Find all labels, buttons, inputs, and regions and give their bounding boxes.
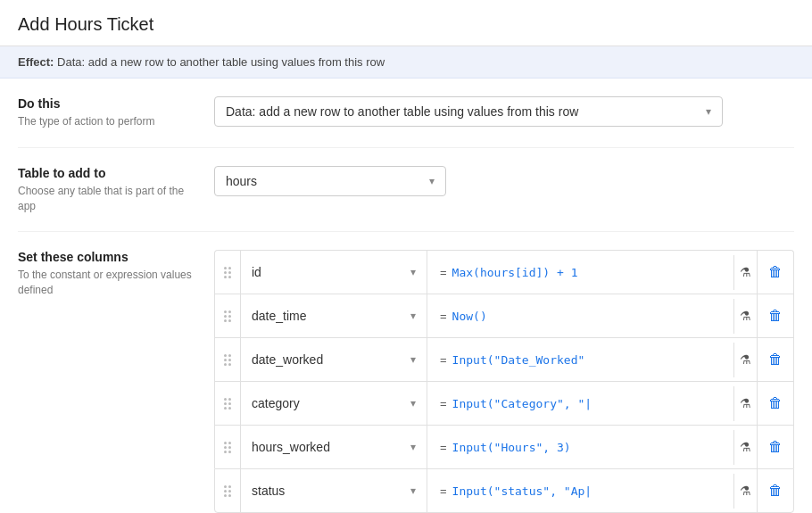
drag-handle-icon[interactable] (215, 426, 240, 468)
page-header: Add Hours Ticket (0, 0, 812, 46)
equals-sign: = (440, 441, 447, 454)
column-name-dropdown[interactable]: date_worked ▾ (240, 338, 427, 381)
table-selected: hours (226, 174, 257, 188)
table-label: Table to add to Choose any table that is… (18, 166, 214, 214)
column-name-dropdown[interactable]: id ▾ (240, 251, 427, 294)
column-name-label: category (252, 396, 300, 410)
column-name-dropdown[interactable]: hours_worked ▾ (240, 426, 427, 468)
drag-handle-icon[interactable] (215, 469, 240, 512)
equals-sign: = (440, 266, 447, 279)
chevron-down-icon: ▾ (706, 105, 711, 118)
chevron-down-icon: ▾ (410, 397, 416, 410)
effect-label: Effect: (18, 55, 54, 69)
chevron-down-icon: ▾ (410, 484, 416, 497)
table-dropdown[interactable]: hours ▾ (214, 166, 446, 196)
column-expression[interactable]: = Input("Hours", 3) (427, 430, 734, 465)
table-row: id ▾ = Max(hours[id]) + 1 ⚗ 🗑 (214, 250, 794, 294)
set-columns-section: Set these columns To the constant or exp… (18, 232, 794, 513)
drag-handle-icon[interactable] (215, 294, 240, 337)
expression-value: Input("status", "Ap| (452, 484, 592, 498)
chevron-down-icon: ▾ (410, 353, 416, 366)
column-expression[interactable]: = Input("Date_Worked" (427, 343, 734, 377)
column-expression[interactable]: = Input("status", "Ap| (427, 474, 734, 509)
equals-sign: = (440, 484, 447, 498)
equals-sign: = (440, 397, 447, 410)
flask-icon[interactable]: ⚗ (734, 469, 758, 512)
delete-row-button[interactable]: 🗑 (758, 251, 793, 294)
expression-value: Max(hours[id]) + 1 (452, 266, 578, 279)
delete-row-button[interactable]: 🗑 (758, 469, 793, 512)
columns-title: Set these columns (18, 250, 200, 264)
drag-handle-icon[interactable] (215, 338, 240, 381)
chevron-down-icon: ▾ (429, 175, 435, 187)
expression-value: Input("Hours", 3) (452, 441, 571, 454)
table-row: hours_worked ▾ = Input("Hours", 3) ⚗ 🗑 (214, 425, 794, 468)
flask-icon[interactable]: ⚗ (734, 426, 758, 468)
do-this-desc: The type of action to perform (18, 114, 200, 129)
table-to-add-section: Table to add to Choose any table that is… (18, 148, 794, 233)
expression-value: Input("Date_Worked" (452, 353, 585, 367)
drag-handle-icon[interactable] (215, 382, 240, 425)
delete-row-button[interactable]: 🗑 (758, 338, 793, 381)
delete-row-button[interactable]: 🗑 (758, 426, 793, 468)
flask-icon[interactable]: ⚗ (734, 251, 758, 294)
do-this-section: Do this The type of action to perform Da… (18, 79, 794, 148)
table-row: date_time ▾ = Now() ⚗ 🗑 (214, 294, 794, 337)
chevron-down-icon: ▾ (410, 266, 416, 278)
column-name-label: id (252, 265, 261, 279)
column-expression[interactable]: = Input("Category", "| (427, 386, 734, 421)
delete-row-button[interactable]: 🗑 (758, 294, 793, 337)
do-this-dropdown[interactable]: Data: add a new row to another table usi… (214, 96, 723, 127)
column-name-dropdown[interactable]: status ▾ (240, 469, 427, 512)
expression-value: Now() (452, 310, 487, 323)
columns-label: Set these columns To the constant or exp… (18, 250, 214, 298)
table-row: category ▾ = Input("Category", "| ⚗ 🗑 (214, 381, 794, 425)
column-expression[interactable]: = Now() (427, 299, 734, 334)
columns-rows: id ▾ = Max(hours[id]) + 1 ⚗ 🗑 date_time … (214, 250, 794, 513)
table-control: hours ▾ (214, 166, 794, 196)
column-name-label: hours_worked (252, 440, 330, 454)
chevron-down-icon: ▾ (410, 310, 416, 322)
table-desc: Choose any table that is part of the app (18, 184, 200, 214)
column-name-dropdown[interactable]: date_time ▾ (240, 294, 427, 337)
flask-icon[interactable]: ⚗ (734, 294, 758, 337)
effect-bar: Effect: Data: add a new row to another t… (0, 46, 812, 79)
chevron-down-icon: ▾ (410, 441, 416, 453)
table-row: date_worked ▾ = Input("Date_Worked" ⚗ 🗑 (214, 337, 794, 381)
effect-value: Data: add a new row to another table usi… (57, 55, 385, 69)
drag-handle-icon[interactable] (215, 251, 240, 294)
do-this-control: Data: add a new row to another table usi… (214, 96, 794, 127)
equals-sign: = (440, 310, 447, 323)
flask-icon[interactable]: ⚗ (734, 382, 758, 425)
column-expression[interactable]: = Max(hours[id]) + 1 (427, 255, 734, 290)
table-row: status ▾ = Input("status", "Ap| ⚗ 🗑 (214, 468, 794, 513)
do-this-selected: Data: add a new row to another table usi… (226, 104, 578, 119)
column-name-dropdown[interactable]: category ▾ (240, 382, 427, 425)
column-name-label: status (252, 484, 285, 498)
flask-icon[interactable]: ⚗ (734, 338, 758, 381)
page-title: Add Hours Ticket (18, 14, 153, 34)
table-title: Table to add to (18, 166, 200, 180)
column-name-label: date_worked (252, 352, 323, 367)
equals-sign: = (440, 353, 447, 367)
expression-value: Input("Category", "| (452, 397, 592, 410)
delete-row-button[interactable]: 🗑 (758, 382, 793, 425)
do-this-title: Do this (18, 96, 200, 111)
column-name-label: date_time (252, 309, 306, 323)
do-this-label: Do this The type of action to perform (18, 96, 214, 129)
columns-desc: To the constant or expression values def… (18, 268, 200, 298)
